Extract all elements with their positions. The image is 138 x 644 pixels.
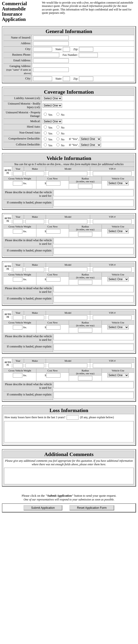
model-input-4[interactable] <box>49 315 87 320</box>
coll-yes[interactable] <box>44 143 47 146</box>
hired-no[interactable] <box>56 126 60 128</box>
address-input[interactable] <box>33 41 69 46</box>
year-input-1[interactable] <box>13 171 23 176</box>
loss-title: Loss Information <box>4 407 134 414</box>
gvw-input-2[interactable] <box>13 229 22 234</box>
reset-button[interactable]: Reset Application Form <box>69 505 114 510</box>
make-input-1[interactable] <box>26 171 44 176</box>
use-select-3[interactable]: Select One <box>107 277 129 281</box>
submit-button[interactable]: Submit Application <box>24 505 62 510</box>
state2-input[interactable] <box>63 76 70 81</box>
coll-select[interactable]: Select One <box>80 143 101 147</box>
year-input-3[interactable] <box>13 267 23 272</box>
year-input-4[interactable] <box>13 315 23 320</box>
state-input[interactable] <box>63 47 70 52</box>
make-header: Make <box>24 359 46 363</box>
describe-textarea-2[interactable] <box>54 238 134 244</box>
use-select-4[interactable]: Select One <box>107 325 129 329</box>
describe-textarea-4[interactable] <box>54 334 134 340</box>
year-input-2[interactable] <box>13 219 23 224</box>
liability-label: Liability Amount (csl): <box>4 96 42 101</box>
nonowned-yes[interactable] <box>44 132 47 134</box>
nonowned-no[interactable] <box>56 132 60 134</box>
city2-label: City: <box>4 76 32 82</box>
vin-header: VIN # <box>90 215 134 219</box>
additional-comments-panel: Additional Comments Please give any addi… <box>2 449 136 487</box>
comments-textarea[interactable] <box>4 468 134 484</box>
model-input-3[interactable] <box>49 267 87 272</box>
comp-select[interactable]: Select One <box>80 137 101 141</box>
gvw-header: Gross Vehicle Weight <box>4 176 36 180</box>
loss-count-input[interactable] <box>67 415 79 420</box>
describe-textarea-3[interactable] <box>54 286 134 292</box>
hired-yes[interactable] <box>44 126 47 128</box>
comp-no[interactable] <box>56 137 60 140</box>
vin-input-1[interactable] <box>93 171 131 176</box>
name-input[interactable] <box>33 36 69 40</box>
garage-input[interactable] <box>33 68 69 72</box>
radius-input-2[interactable] <box>78 232 92 236</box>
commodity-textarea-1[interactable] <box>54 200 134 206</box>
commodity-textarea-4[interactable] <box>54 344 134 350</box>
vin-input-4[interactable] <box>93 315 131 320</box>
vin-input-5[interactable] <box>93 363 131 368</box>
gvw-input-1[interactable] <box>13 181 22 186</box>
fax-input[interactable] <box>79 53 98 57</box>
vin-header: VIN # <box>90 359 134 363</box>
use-select-5[interactable]: Select One <box>107 373 129 377</box>
liability-select[interactable]: Select One <box>43 96 62 100</box>
coverage-information-panel: Coverage Information Liability Amount (c… <box>2 87 136 150</box>
radius-input-3[interactable] <box>78 280 92 284</box>
loss-explain-textarea[interactable] <box>4 421 134 442</box>
use-header: Vehicle Use <box>102 320 134 324</box>
model-input-2[interactable] <box>49 219 87 224</box>
commodity-textarea-3[interactable] <box>54 296 134 302</box>
uninsured-bi-select[interactable]: Select One <box>43 103 62 108</box>
costnew-input-2[interactable] <box>46 229 60 234</box>
uninsured-pd-yes[interactable] <box>44 113 47 116</box>
commodity-textarea-5[interactable] <box>54 392 134 398</box>
coll-no[interactable] <box>56 143 60 146</box>
vin-input-3[interactable] <box>93 267 131 272</box>
city2-input[interactable] <box>33 76 52 81</box>
make-input-2[interactable] <box>26 219 44 224</box>
describe-textarea-1[interactable] <box>54 190 134 196</box>
costnew-input-3[interactable] <box>46 277 60 282</box>
model-header: Model <box>46 263 90 267</box>
use-select-1[interactable]: Select One <box>107 181 129 185</box>
model-input-5[interactable] <box>49 363 87 368</box>
radius-input-1[interactable] <box>78 184 92 188</box>
city-input[interactable] <box>33 47 52 52</box>
gvw-input-5[interactable] <box>13 373 22 378</box>
commodity-textarea-2[interactable] <box>54 248 134 254</box>
gvw-input-4[interactable] <box>13 325 22 330</box>
auto-badge-5: AUTO #5 <box>4 359 12 368</box>
email-input[interactable] <box>33 58 69 63</box>
model-input-1[interactable] <box>49 171 87 176</box>
make-input-5[interactable] <box>26 363 44 368</box>
describe-label: Please describe in detail what the vehic… <box>4 189 53 199</box>
vin-header: VIN # <box>90 311 134 315</box>
year-header: Year <box>12 215 24 219</box>
comp-yes[interactable] <box>44 137 47 140</box>
use-select-2[interactable]: Select One <box>107 229 129 233</box>
zip-input[interactable] <box>79 47 93 52</box>
costnew-input-1[interactable] <box>46 181 60 186</box>
costnew-input-4[interactable] <box>46 325 60 330</box>
vehicle-panel-5: AUTO #5 Year Make Model VIN # <box>2 357 136 402</box>
zip2-input[interactable] <box>79 76 93 81</box>
describe-textarea-5[interactable] <box>54 382 134 388</box>
year-input-5[interactable] <box>13 363 23 368</box>
bphone-input[interactable] <box>33 53 59 57</box>
radius-input-5[interactable] <box>78 376 92 380</box>
gvw-input-3[interactable] <box>13 277 22 282</box>
coll-label: Collision Deductible: <box>4 142 42 148</box>
medical-select[interactable]: Select One <box>43 119 62 124</box>
vin-input-2[interactable] <box>93 219 131 224</box>
make-input-4[interactable] <box>26 315 44 320</box>
radius-header: Radius(in miles, one way) <box>69 176 102 184</box>
radius-input-4[interactable] <box>78 328 92 332</box>
uninsured-pd-no[interactable] <box>56 113 60 116</box>
costnew-input-5[interactable] <box>46 373 60 378</box>
make-input-3[interactable] <box>26 267 44 272</box>
